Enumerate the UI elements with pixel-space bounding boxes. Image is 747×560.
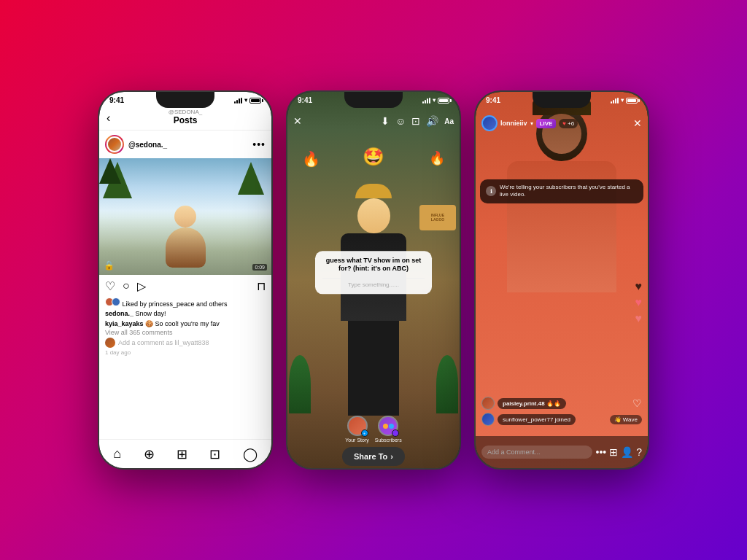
screen-3: 9:41 ▾ lonnieiiv ▾ LIVE ♥ +6 ✕ xyxy=(476,92,648,468)
signal-2 xyxy=(422,98,430,104)
phone-2: INFLUE LAGOO 🔥 🔥 🤩 9:41 ▾ xyxy=(286,90,461,470)
battery-2 xyxy=(438,98,449,104)
wifi-icon-2: ▾ xyxy=(433,97,436,104)
live-comments: paisley.print.48 🔥🔥 ♡ sunflower_power77 … xyxy=(476,394,648,432)
comment1-user: paisley.print.48 xyxy=(503,400,545,407)
mute-icon[interactable]: 🔊 xyxy=(426,115,438,127)
wave-label: 👋 Wave xyxy=(614,416,638,423)
view-comments-link[interactable]: View all 365 comments xyxy=(99,329,271,338)
sign-text-2: LAGOO xyxy=(431,217,444,222)
pants xyxy=(348,321,399,416)
status-icons-2: ▾ xyxy=(422,97,449,104)
avatar-ring[interactable] xyxy=(105,135,124,154)
plant-left xyxy=(289,355,311,413)
video-duration: 0:09 xyxy=(252,264,267,271)
page-title: Posts xyxy=(99,115,271,125)
comment2-bubble: sunflower_power77 joined xyxy=(498,414,576,425)
heart-2: ♥ xyxy=(635,296,643,309)
flame-2: 🔥 xyxy=(429,150,445,166)
screen-1: 9:41 ▾ ‹ @SEDONA_ Posts @sedona._ xyxy=(99,92,271,468)
live-comment-input[interactable]: Add a Comment... xyxy=(481,446,592,459)
live-badge: LIVE xyxy=(536,119,557,128)
comment-emoji: 🍪 xyxy=(145,320,153,327)
post-actions: ♡ ○ ▷ ⊓ xyxy=(99,275,271,298)
live-action-icons: ••• ⊞ 👤 ? xyxy=(595,446,642,458)
live-notification: ℹ We're telling your subscribers that yo… xyxy=(480,179,643,203)
hair xyxy=(355,184,392,198)
story-input-area[interactable]: Type something...... xyxy=(322,278,425,288)
nav-profile-button[interactable]: ◯ xyxy=(243,446,258,462)
back-button[interactable]: ‹ xyxy=(107,112,110,125)
profile-name[interactable]: @sedona._ xyxy=(128,141,167,149)
caption-username[interactable]: sedona._ xyxy=(105,310,133,317)
save-icon[interactable]: 🔒 xyxy=(104,260,115,271)
comment1-bubble: paisley.print.48 🔥🔥 xyxy=(498,398,566,409)
subscribers-label: Subscribers xyxy=(375,438,402,443)
post-image[interactable]: 0:09 🔒 xyxy=(99,158,271,275)
live-question-icon[interactable]: ? xyxy=(636,446,642,458)
deco-emoji: 🤩 xyxy=(363,147,384,167)
likes-avatars xyxy=(105,298,118,306)
live-camera-icon[interactable]: ⊞ xyxy=(609,446,618,458)
live-bottom: Add a Comment... ••• ⊞ 👤 ? xyxy=(476,436,648,468)
comment2-avatar xyxy=(481,413,495,426)
signal-3 xyxy=(611,98,619,104)
add-comment-placeholder[interactable]: Add a comment as lil_wyatt838 xyxy=(118,339,209,346)
profile-left: @sedona._ xyxy=(105,135,167,154)
live-more-button[interactable]: ••• xyxy=(595,446,606,458)
comment2-text: sunflower_power77 joined xyxy=(503,416,570,423)
comment-button[interactable]: ○ xyxy=(123,279,130,293)
commenter-name[interactable]: kyia_kayaks xyxy=(105,320,144,327)
nav-search-button[interactable]: ⊕ xyxy=(144,446,155,462)
flame-1: 🔥 xyxy=(302,150,320,168)
sticker-icon[interactable]: ⊡ xyxy=(411,115,420,127)
story-close-button[interactable]: ✕ xyxy=(293,115,302,127)
wave-button[interactable]: 👋 Wave xyxy=(610,415,642,424)
mini-av-2 xyxy=(389,424,394,429)
live-person-container xyxy=(489,106,635,435)
more-options-button[interactable]: ••• xyxy=(252,139,266,150)
comment-avatar xyxy=(105,338,115,348)
live-person-add-icon[interactable]: 👤 xyxy=(621,446,633,458)
live-username[interactable]: lonnieiiv xyxy=(500,120,527,127)
likes-text: Liked by princess_peace and others xyxy=(123,300,228,308)
comment-placeholder: Add a Comment... xyxy=(487,448,541,456)
live-hearts-area: ♥ ♥ ♥ xyxy=(635,280,643,325)
question-sticker[interactable]: guess what TV show im on set for? (hint:… xyxy=(315,251,432,294)
share-arrow-icon: › xyxy=(390,452,393,461)
story-share-targets: + Your Story Subscribers xyxy=(345,416,401,443)
add-comment-row: Add a comment as lil_wyatt838 xyxy=(99,338,271,349)
text-tool-icon[interactable]: Aa xyxy=(444,117,454,125)
share-to-button[interactable]: Share To › xyxy=(342,447,405,466)
viewers-count: +6 xyxy=(568,120,574,127)
battery-3 xyxy=(626,98,638,104)
live-comment-1: paisley.print.48 🔥🔥 ♡ xyxy=(481,397,642,410)
live-viewers-badge: ♥ +6 xyxy=(559,119,578,128)
story-person-container xyxy=(333,184,414,410)
your-story-label: Your Story xyxy=(345,438,368,443)
phone-1: 9:41 ▾ ‹ @SEDONA_ Posts @sedona._ xyxy=(98,90,273,470)
comment1-emoji: 🔥🔥 xyxy=(546,400,561,407)
screen-2: INFLUE LAGOO 🔥 🔥 🤩 9:41 ▾ xyxy=(287,92,460,468)
nav-shop-button[interactable]: ⊡ xyxy=(209,446,220,462)
bookmark-button[interactable]: ⊓ xyxy=(257,279,266,293)
post-caption: sedona._ Snow day! xyxy=(99,310,271,320)
subscribers-button[interactable]: Subscribers xyxy=(375,416,402,443)
status-time-1: 9:41 xyxy=(109,96,124,104)
share-button[interactable]: ▷ xyxy=(137,279,146,293)
post-comment: kyia_kayaks 🍪 So cool! you're my fav xyxy=(99,320,271,329)
nav-add-button[interactable]: ⊞ xyxy=(177,446,187,462)
image-overlay xyxy=(99,217,271,275)
download-icon[interactable]: ⬇ xyxy=(381,115,390,127)
question-text: guess what TV show im on set for? (hint:… xyxy=(322,257,425,273)
nav-home-button[interactable]: ⌂ xyxy=(113,446,121,462)
your-story-button[interactable]: + Your Story xyxy=(345,416,368,443)
live-user-avatar[interactable] xyxy=(481,115,498,131)
live-close-button[interactable]: ✕ xyxy=(633,117,642,129)
live-header: lonnieiiv ▾ LIVE ♥ +6 ✕ xyxy=(476,112,648,134)
like-button[interactable]: ♡ xyxy=(105,279,115,293)
story-bottom: + Your Story Subscribers xyxy=(287,410,460,468)
emoji-icon[interactable]: ☺ xyxy=(395,115,406,127)
tree-2 xyxy=(99,158,121,184)
comment1-heart-icon[interactable]: ♡ xyxy=(632,397,642,409)
